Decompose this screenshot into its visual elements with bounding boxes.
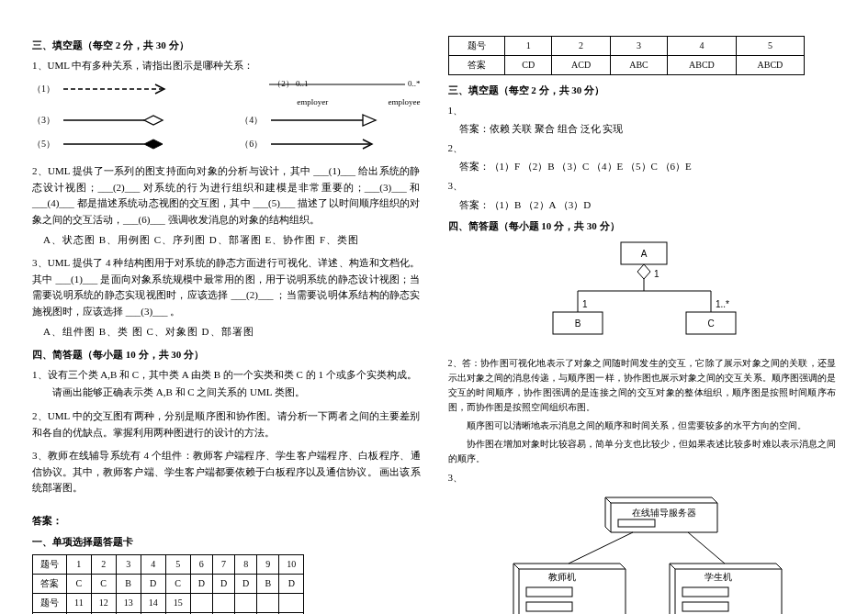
section4-title: 四、简答题（每小题 10 分，共 30 分） bbox=[32, 347, 421, 363]
svg-rect-34 bbox=[682, 602, 728, 611]
cell: 1 bbox=[67, 555, 92, 575]
cell: 5 bbox=[736, 37, 805, 56]
table-row: 题号 12345 bbox=[448, 37, 805, 56]
arrow-2-label: （2） bbox=[273, 79, 294, 88]
arrow-2: （2） 0..1 0..* employer employee bbox=[240, 79, 420, 106]
ans3-label: 3、 bbox=[448, 178, 837, 195]
single-choice-table: 题号 12345678910 答案 CCBDCDDDBD 题号 11121314… bbox=[32, 554, 304, 614]
svg-marker-5 bbox=[363, 115, 376, 126]
simple-arrow-icon bbox=[269, 137, 420, 151]
q2-text: 2、UML 提供了一系列的图支持面向对象的分析与设计，其中 ___(1)___ … bbox=[32, 163, 421, 228]
cell: 9 bbox=[257, 555, 279, 575]
q3-text: 3、UML 提供了 4 种结构图用于对系统的静态方面进行可视化、详述、构造和文档… bbox=[32, 255, 421, 319]
student-node: 学生机 bbox=[670, 564, 782, 614]
cell: ACD bbox=[552, 56, 610, 75]
hdr-qno: 题号 bbox=[33, 594, 67, 613]
cell: 7 bbox=[212, 555, 234, 575]
server-label: 在线辅导服务器 bbox=[632, 508, 696, 518]
svg-rect-33 bbox=[682, 587, 728, 597]
arrow-5-label: （5） bbox=[32, 137, 56, 151]
p2c: 协作图在增加对象时比较容易，简单分支也比较少，但如果表述比较多时难以表示消息之间… bbox=[448, 437, 837, 466]
cell: D bbox=[212, 575, 234, 594]
mult-1star: 1..* bbox=[716, 299, 729, 309]
cell: D bbox=[141, 575, 165, 594]
svg-rect-21 bbox=[618, 519, 655, 527]
arrow-3: （3） bbox=[32, 110, 212, 130]
cell: C bbox=[91, 575, 116, 594]
arrow-1: （1） bbox=[32, 79, 212, 99]
cell: D bbox=[190, 575, 212, 594]
arrow-4-label: （4） bbox=[240, 113, 264, 128]
cell: D bbox=[235, 575, 257, 594]
cell bbox=[190, 594, 212, 613]
cell bbox=[257, 594, 279, 613]
dashed-open-arrow-icon bbox=[62, 83, 212, 95]
server-node: 在线辅导服务器 bbox=[605, 497, 717, 532]
cell: 2 bbox=[91, 555, 116, 575]
ans1-text: 答案：依赖 关联 聚合 组合 泛化 实现 bbox=[459, 121, 837, 138]
cell bbox=[279, 594, 304, 613]
cell: 10 bbox=[279, 555, 304, 575]
arrow-1-label: （1） bbox=[32, 82, 56, 96]
right-section4-title: 四、简答题（每小题 10 分，共 30 分） bbox=[448, 218, 837, 235]
class-a-label: A bbox=[640, 249, 647, 259]
cell: D bbox=[279, 575, 304, 594]
cell: C bbox=[165, 575, 190, 594]
cell: B bbox=[116, 575, 141, 594]
table-row: 答案 CDACDABCABCDABCD bbox=[448, 56, 805, 75]
mult-right: 0..* bbox=[408, 77, 421, 90]
right-section3-title: 三、填空题（每空 2 分，共 30 分） bbox=[448, 83, 837, 99]
cell: ABCD bbox=[668, 56, 736, 75]
hdr-qno: 题号 bbox=[33, 555, 67, 575]
cell bbox=[212, 594, 234, 613]
class-diagram: A 1 1 1..* B C bbox=[448, 240, 837, 352]
aggregation-diamond-icon bbox=[62, 113, 212, 128]
role-employee: employee bbox=[389, 95, 421, 108]
svg-marker-3 bbox=[144, 116, 163, 125]
mult-1a: 1 bbox=[654, 269, 659, 279]
svg-rect-27 bbox=[526, 602, 572, 611]
role-employer: employer bbox=[297, 95, 328, 108]
svg-rect-26 bbox=[526, 587, 572, 597]
cell: 4 bbox=[668, 37, 736, 56]
teacher-label: 教师机 bbox=[548, 572, 576, 582]
cell: 4 bbox=[141, 555, 165, 575]
p3-label: 3、 bbox=[448, 470, 837, 486]
cell: 1 bbox=[505, 37, 552, 56]
svg-line-37 bbox=[688, 532, 725, 564]
ans2-text: 答案：（1）F （2）B （3）C （4）E （5）C （6）E bbox=[459, 159, 837, 175]
hdr-qno: 题号 bbox=[448, 37, 505, 56]
mult-left: 0..1 bbox=[296, 79, 309, 88]
q4-1b: 请画出能够正确表示类 A,B 和 C 之间关系的 UML 类图。 bbox=[32, 385, 421, 401]
answers-heading: 答案： bbox=[32, 513, 421, 530]
q4-2: 2、UML 中的交互图有两种，分别是顺序图和协作图。请分析一下两者之间的主要差别… bbox=[32, 408, 421, 441]
cell: 6 bbox=[190, 555, 212, 575]
arrow-4: （4） bbox=[240, 110, 420, 130]
cell: CD bbox=[505, 56, 552, 75]
svg-line-36 bbox=[569, 532, 633, 564]
cell bbox=[235, 594, 257, 613]
teacher-node: 教师机 bbox=[513, 564, 626, 614]
hdr-ans: 答案 bbox=[448, 56, 505, 75]
q4-1a: 1、设有三个类 A,B 和 C，其中类 A 由类 B 的一个实类和类 C 的 1… bbox=[32, 367, 421, 384]
multi-choice-table: 题号 12345 答案 CDACDABCABCDABCD bbox=[448, 36, 806, 75]
svg-marker-10 bbox=[637, 264, 650, 279]
class-diagram-svg: A 1 1 1..* B C bbox=[536, 240, 748, 346]
cell: 15 bbox=[165, 594, 190, 613]
table-row: 题号 12345678910 bbox=[33, 555, 304, 575]
section3-title: 三、填空题（每空 2 分，共 30 分） bbox=[32, 38, 421, 54]
cell: B bbox=[257, 575, 279, 594]
class-b-label: B bbox=[574, 318, 581, 329]
cell: 11 bbox=[67, 594, 92, 613]
q4-3: 3、教师在线辅导系统有 4 个组件：教师客户端程序、学生客户端程序、白板程序、通… bbox=[32, 448, 421, 497]
cell: ABCD bbox=[736, 56, 805, 75]
multiplicity-labels: （2） 0..1 0..* bbox=[273, 77, 420, 90]
cell: C bbox=[67, 575, 92, 594]
cell: ABC bbox=[610, 56, 667, 75]
arrow-6-label: （6） bbox=[240, 137, 264, 151]
ans3-text: 答案：（1）B （2）A （3）D bbox=[459, 197, 837, 214]
role-labels: employer employee bbox=[273, 95, 420, 108]
generalization-triangle-icon bbox=[269, 113, 420, 128]
svg-marker-7 bbox=[144, 140, 163, 149]
cell: 8 bbox=[235, 555, 257, 575]
